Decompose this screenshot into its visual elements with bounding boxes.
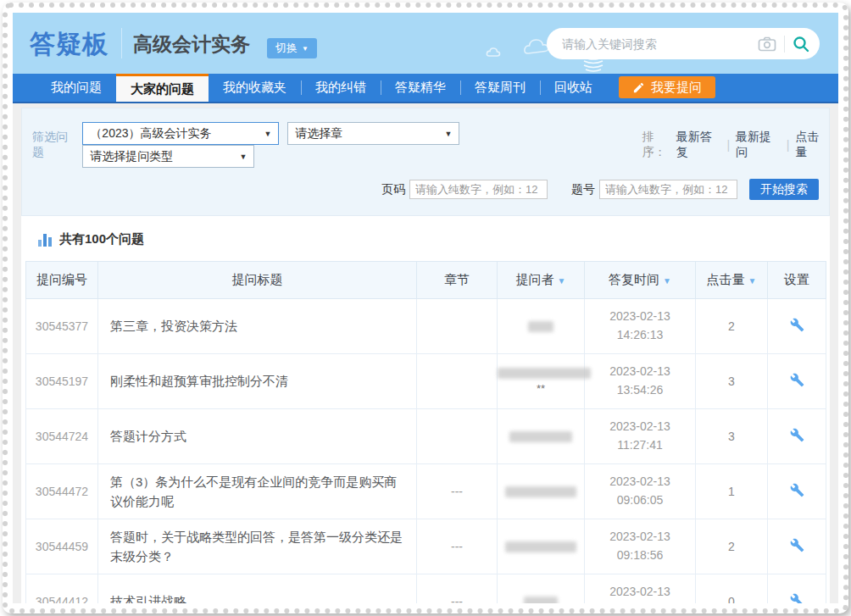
question-title[interactable]: 答题计分方式 [98, 409, 417, 464]
questions-table: 提问编号提问标题章节提问者▼答复时间▼点击量▼设置 30545377 第三章，投… [25, 261, 826, 603]
select-caret-icon: ▼ [264, 130, 271, 138]
cloud-icon [486, 43, 521, 58]
asker-redacted [528, 321, 553, 332]
question-number-input[interactable] [599, 180, 737, 199]
question-number-label: 题号 [571, 182, 595, 197]
search-icon[interactable] [793, 36, 809, 53]
question-asker [498, 519, 585, 574]
course-title: 高级会计实务 [133, 31, 250, 58]
column-header-设置: 设置 [768, 262, 826, 299]
question-id: 30544459 [26, 519, 98, 574]
select-caret-icon: ▼ [444, 130, 452, 138]
sort-separator: | [787, 138, 790, 152]
question-chapter: --- [417, 519, 498, 574]
column-header-提问编号: 提问编号 [26, 262, 98, 299]
ask-question-button[interactable]: 我要提问 [619, 76, 715, 98]
click-count: 3 [696, 409, 768, 464]
asker-redacted [505, 486, 576, 497]
click-count: 1 [696, 464, 768, 519]
tab-我的收藏夹[interactable]: 我的收藏夹 [209, 74, 301, 102]
reply-date-line: 2023-02-13 [585, 583, 695, 602]
click-count: 0 [696, 574, 768, 604]
qa-board-app: 答疑板 高级会计实务 切换 ▼ [13, 13, 838, 603]
reply-date-line: 2023-02-13 [585, 528, 695, 547]
settings-wrench-icon[interactable] [790, 318, 804, 332]
reply-time-line: 15:28:52 [585, 602, 695, 603]
filter-select-1[interactable]: 请选择章▼ [287, 122, 459, 145]
filter-select-2[interactable]: 请选择提问类型▼ [82, 145, 254, 168]
column-header-章节: 章节 [417, 262, 498, 299]
question-title[interactable]: 刚柔性和超预算审批控制分不清 [98, 354, 417, 409]
settings-wrench-icon[interactable] [790, 373, 804, 387]
search-input[interactable] [562, 37, 758, 51]
filter-panel: 筛选问题 （2023）高级会计实务▼请选择章▼请选择提问类型▼ 排序： 最新答复… [21, 108, 830, 216]
search-divider [784, 36, 785, 53]
reply-time: 2023-02-13 13:54:26 [585, 354, 696, 409]
tab-回收站[interactable]: 回收站 [540, 74, 607, 102]
reply-time: 2023-02-13 09:06:05 [585, 464, 696, 519]
asker-redacted [509, 431, 572, 442]
question-title[interactable]: 第三章，投资决策方法 [98, 299, 417, 354]
table-row[interactable]: 30545197 刚柔性和超预算审批控制分不清 ** 2023-02-13 13… [26, 354, 826, 409]
start-search-button[interactable]: 开始搜索 [749, 179, 819, 200]
sort-links: 最新答复|最新提问|点击量 [676, 130, 829, 160]
question-id: 30544472 [26, 464, 98, 519]
asker-redacted [505, 541, 576, 552]
column-header-点击量[interactable]: 点击量▼ [696, 262, 768, 299]
reply-time: 2023-02-13 09:18:56 [585, 519, 696, 574]
filter-label: 筛选问题 [32, 130, 77, 160]
search-bar [547, 28, 820, 59]
table-row[interactable]: 30545377 第三章，投资决策方法 2023-02-13 14:26:13 … [26, 299, 826, 354]
ask-question-label: 我要提问 [651, 80, 702, 96]
question-chapter: --- [417, 464, 498, 519]
settings-wrench-icon[interactable] [790, 483, 804, 497]
table-header-row: 提问编号提问标题章节提问者▼答复时间▼点击量▼设置 [26, 262, 826, 299]
column-header-提问标题: 提问标题 [98, 262, 417, 299]
column-header-答复时间[interactable]: 答复时间▼ [585, 262, 696, 299]
settings-wrench-icon[interactable] [790, 593, 804, 603]
app-logo: 答疑板 [30, 27, 108, 62]
question-id: 30544412 [26, 574, 98, 604]
camera-icon[interactable] [758, 36, 776, 52]
settings-cell [768, 519, 826, 574]
page-number-input[interactable] [409, 180, 548, 199]
table-row[interactable]: 30544412 技术引进战略 --- 2023-02-13 15:28:52 … [26, 574, 826, 604]
results-count: 共有100个问题 [59, 231, 144, 247]
switch-label: 切换 [275, 41, 298, 56]
select-value: 请选择章 [295, 126, 342, 142]
settings-cell [768, 409, 826, 464]
settings-wrench-icon[interactable] [790, 538, 804, 552]
tab-答疑精华[interactable]: 答疑精华 [381, 74, 460, 102]
tab-我的问题[interactable]: 我的问题 [36, 74, 116, 102]
question-chapter [417, 409, 498, 464]
sort-caret-icon: ▼ [748, 276, 757, 286]
chevron-down-icon: ▼ [302, 45, 309, 53]
question-asker: ** [498, 354, 585, 409]
question-id: 30544724 [26, 409, 98, 464]
results-section: 共有100个问题 提问编号提问标题章节提问者▼答复时间▼点击量▼设置 30545… [21, 216, 830, 603]
content-area: 筛选问题 （2023）高级会计实务▼请选择章▼请选择提问类型▼ 排序： 最新答复… [21, 108, 830, 603]
question-title[interactable]: 第（3）条为什么不是现有企业间的竞争而是购买商议价能力呢 [98, 464, 417, 519]
asker-note: ** [498, 382, 584, 395]
sort-option-点击量[interactable]: 点击量 [795, 130, 829, 160]
sort-option-最新答复[interactable]: 最新答复 [676, 130, 721, 160]
question-title[interactable]: 技术引进战略 [98, 574, 417, 604]
tab-我的纠错[interactable]: 我的纠错 [301, 74, 381, 102]
filter-select-0[interactable]: （2023）高级会计实务▼ [82, 122, 279, 145]
table-row[interactable]: 30544724 答题计分方式 2023-02-13 11:27:41 3 [26, 409, 826, 464]
table-row[interactable]: 30544472 第（3）条为什么不是现有企业间的竞争而是购买商议价能力呢 --… [26, 464, 826, 519]
tab-大家的问题[interactable]: 大家的问题 [116, 74, 209, 102]
select-value: 请选择提问类型 [90, 149, 173, 164]
asker-redacted [524, 597, 558, 604]
question-title[interactable]: 答题时，关于战略类型的回答，是答第一级分类还是末级分类？ [98, 519, 417, 574]
switch-course-button[interactable]: 切换 ▼ [267, 38, 317, 58]
asker-redacted [498, 368, 591, 379]
tab-答疑周刊[interactable]: 答疑周刊 [460, 74, 540, 102]
sort-separator: | [726, 138, 730, 152]
settings-wrench-icon[interactable] [790, 428, 804, 442]
settings-cell [768, 574, 826, 604]
table-row[interactable]: 30544459 答题时，关于战略类型的回答，是答第一级分类还是末级分类？ --… [26, 519, 826, 574]
page-number-label: 页码 [381, 182, 405, 197]
column-header-提问者[interactable]: 提问者▼ [498, 262, 585, 299]
sort-option-最新提问[interactable]: 最新提问 [736, 130, 781, 160]
